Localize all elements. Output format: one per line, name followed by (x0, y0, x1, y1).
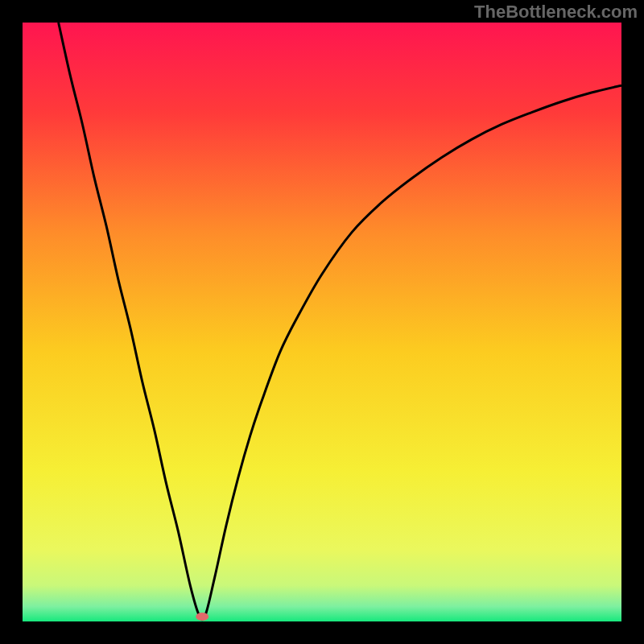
minimum-marker (196, 613, 208, 621)
plot-frame (23, 23, 621, 621)
curve-layer (23, 23, 621, 621)
watermark-text: TheBottleneck.com (474, 2, 638, 23)
bottleneck-curve (59, 23, 621, 620)
